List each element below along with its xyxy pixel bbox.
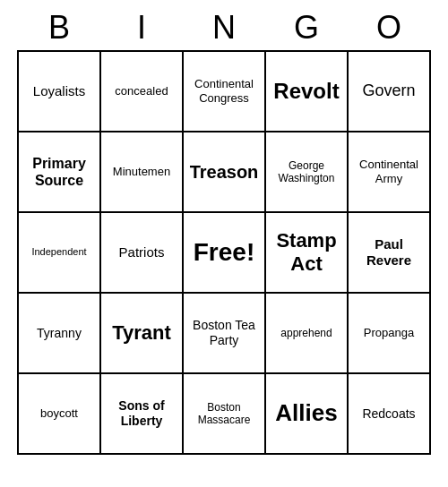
bingo-header: B I N G O	[18, 9, 430, 47]
bingo-cell-21: Sons of Liberty	[101, 374, 184, 455]
bingo-cell-9: Continental Army	[349, 132, 431, 213]
bingo-cell-19: Propanga	[349, 294, 431, 374]
letter-g: G	[265, 9, 348, 47]
letter-n: N	[183, 9, 265, 47]
bingo-cell-15: Tyranny	[19, 294, 101, 374]
bingo-cell-5: Primary Source	[19, 132, 101, 213]
bingo-cell-3: Revolt	[266, 52, 349, 132]
letter-o: O	[348, 9, 430, 47]
bingo-cell-0: Loyalists	[19, 52, 101, 132]
bingo-cell-4: Govern	[349, 52, 431, 132]
bingo-cell-20: boycott	[19, 374, 101, 455]
bingo-cell-11: Patriots	[101, 213, 184, 294]
bingo-cell-16: Tyrant	[101, 294, 184, 374]
bingo-cell-10: Independent	[19, 213, 101, 294]
bingo-cell-14: Paul Revere	[349, 213, 431, 294]
bingo-cell-22: Boston Massacare	[184, 374, 266, 455]
bingo-cell-17: Boston Tea Party	[184, 294, 266, 374]
bingo-cell-12: Free!	[184, 213, 266, 294]
bingo-cell-24: Redcoats	[349, 374, 431, 455]
bingo-cell-23: Allies	[266, 374, 349, 455]
bingo-cell-2: Continental Congress	[184, 52, 266, 132]
bingo-cell-8: George Washington	[266, 132, 349, 213]
bingo-grid: LoyalistsconcealedContinental CongressRe…	[17, 50, 431, 455]
bingo-cell-7: Treason	[184, 132, 266, 213]
bingo-cell-13: Stamp Act	[266, 213, 349, 294]
bingo-cell-18: apprehend	[266, 294, 349, 374]
letter-b: B	[18, 9, 100, 47]
letter-i: I	[100, 9, 183, 47]
bingo-cell-1: concealed	[101, 52, 184, 132]
bingo-cell-6: Minutemen	[101, 132, 184, 213]
